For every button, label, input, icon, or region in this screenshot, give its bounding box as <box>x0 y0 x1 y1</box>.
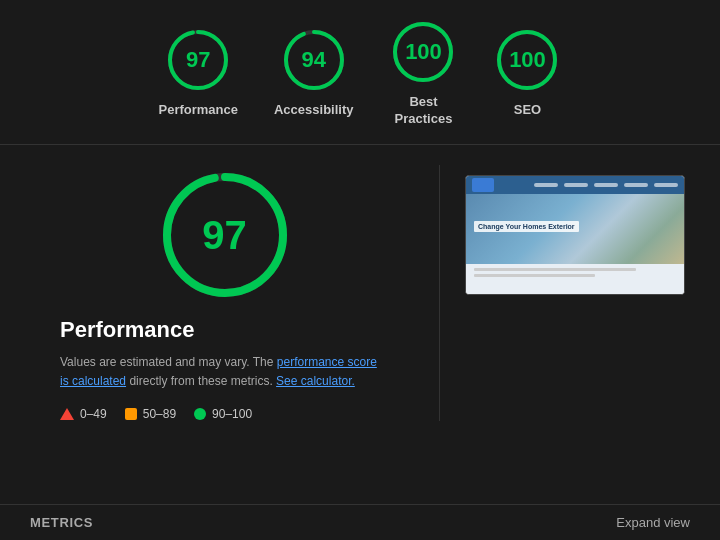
orange-square-icon <box>125 408 137 420</box>
green-circle-icon <box>194 408 206 420</box>
score-value-accessibility: 94 <box>301 47 325 73</box>
big-circle-wrapper: 97 <box>30 165 419 305</box>
metrics-label: METRICS <box>30 515 93 530</box>
score-circle-seo: 100 <box>493 26 561 94</box>
right-panel: Change Your Homes Exterior <box>460 165 690 295</box>
score-value-performance: 97 <box>186 47 210 73</box>
expand-view-button[interactable]: Expand view <box>616 515 690 530</box>
score-circle-best-practices: 100 <box>389 18 457 86</box>
bottom-bar: METRICS Expand view <box>0 504 720 540</box>
score-label-accessibility: Accessibility <box>274 102 354 119</box>
calculator-link[interactable]: See calculator. <box>276 374 355 388</box>
preview-header <box>466 176 684 194</box>
preview-hero-image: Change Your Homes Exterior <box>466 194 684 264</box>
score-item-best-practices: 100 BestPractices <box>389 18 457 128</box>
score-item-accessibility: 94 Accessibility <box>274 26 354 119</box>
preview-bar <box>474 268 636 271</box>
legend-item-green: 90–100 <box>194 407 252 421</box>
legend-item-red: 0–49 <box>60 407 107 421</box>
preview-nav <box>534 183 678 187</box>
preview-content-bars <box>466 264 684 281</box>
preview-nav-dot <box>534 183 558 187</box>
score-circle-accessibility: 94 <box>280 26 348 94</box>
main-section: 97 Performance Values are estimated and … <box>0 145 720 431</box>
vertical-divider <box>439 165 440 421</box>
big-score-circle: 97 <box>155 165 295 305</box>
legend-range-red: 0–49 <box>80 407 107 421</box>
legend-range-green: 90–100 <box>212 407 252 421</box>
preview-nav-dot <box>654 183 678 187</box>
preview-nav-dot <box>624 183 648 187</box>
legend-range-orange: 50–89 <box>143 407 176 421</box>
score-label-best-practices: BestPractices <box>395 94 453 128</box>
preview-nav-dot <box>594 183 618 187</box>
description-text: Values are estimated and may vary. The p… <box>60 353 377 391</box>
section-title: Performance <box>60 317 195 343</box>
score-label-performance: Performance <box>159 102 238 119</box>
preview-logo-area <box>472 178 494 192</box>
legend: 0–49 50–89 90–100 <box>60 407 252 421</box>
website-preview: Change Your Homes Exterior <box>465 175 685 295</box>
scores-row: 97 Performance 94 Accessibility 100 Best… <box>0 0 720 145</box>
score-item-seo: 100 SEO <box>493 26 561 119</box>
big-score-value: 97 <box>202 212 247 257</box>
score-label-seo: SEO <box>514 102 541 119</box>
score-circle-performance: 97 <box>164 26 232 94</box>
preview-hero-text: Change Your Homes Exterior <box>474 221 579 232</box>
legend-item-orange: 50–89 <box>125 407 176 421</box>
score-value-best-practices: 100 <box>405 39 442 65</box>
preview-bar <box>474 274 595 277</box>
preview-body: Change Your Homes Exterior <box>466 194 684 295</box>
preview-nav-dot <box>564 183 588 187</box>
score-value-seo: 100 <box>509 47 546 73</box>
preview-logo-icon <box>472 178 494 192</box>
left-panel: 97 Performance Values are estimated and … <box>30 165 419 421</box>
red-triangle-icon <box>60 408 74 420</box>
score-item-performance: 97 Performance <box>159 26 238 119</box>
